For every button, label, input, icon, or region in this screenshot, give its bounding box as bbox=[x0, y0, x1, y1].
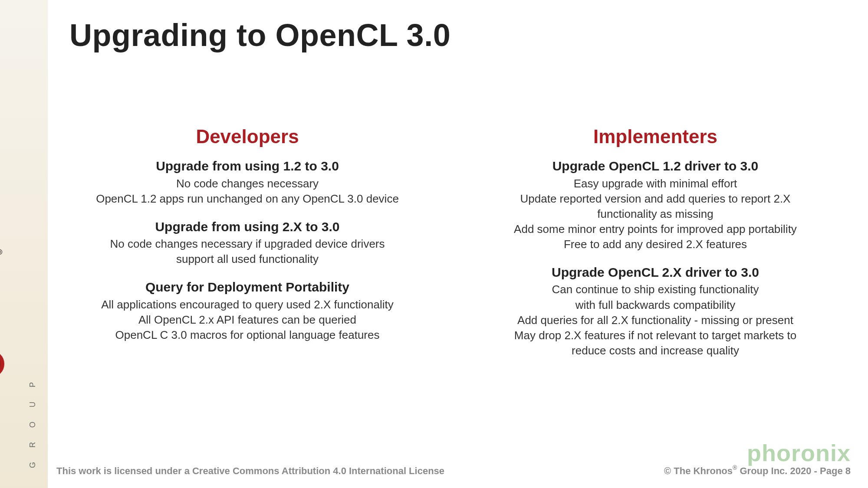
impl-section-1-body: Can continue to ship existing functional… bbox=[477, 282, 833, 358]
slide: K H R N O S ® G R O U P Upgrading to Ope… bbox=[0, 0, 868, 488]
dev-section-2-body: All applications encouraged to query use… bbox=[69, 297, 425, 343]
dev-section-2-sub: Query for Deployment Portability bbox=[69, 279, 425, 295]
dev-section-1: Upgrade from using 2.X to 3.0 No code ch… bbox=[69, 219, 425, 267]
logo-group-text: G R O U P bbox=[28, 376, 37, 468]
logo-registered-icon: ® bbox=[0, 246, 4, 255]
developers-heading: Developers bbox=[69, 126, 425, 147]
footer-copyright: © The Khronos® Group Inc. 2020 - Page 8 bbox=[664, 464, 851, 477]
content-columns: Developers Upgrade from using 1.2 to 3.0… bbox=[69, 126, 833, 370]
impl-section-0: Upgrade OpenCL 1.2 driver to 3.0 Easy up… bbox=[477, 158, 833, 252]
impl-section-1-sub: Upgrade OpenCL 2.X driver to 3.0 bbox=[477, 264, 833, 281]
impl-section-0-body: Easy upgrade with minimal effort Update … bbox=[477, 176, 833, 252]
implementers-heading: Implementers bbox=[477, 126, 833, 147]
column-implementers: Implementers Upgrade OpenCL 1.2 driver t… bbox=[477, 126, 833, 370]
footer-registered-icon: ® bbox=[733, 464, 737, 471]
phoronix-watermark: phoronix bbox=[747, 439, 851, 466]
dev-section-0-body: No code changes necessary OpenCL 1.2 app… bbox=[69, 176, 425, 206]
logo-o-icon bbox=[0, 350, 4, 377]
impl-section-1: Upgrade OpenCL 2.X driver to 3.0 Can con… bbox=[477, 264, 833, 358]
footer-license: This work is licensed under a Creative C… bbox=[56, 465, 444, 477]
left-color-bar bbox=[0, 0, 48, 488]
slide-title: Upgrading to OpenCL 3.0 bbox=[69, 17, 450, 53]
column-developers: Developers Upgrade from using 1.2 to 3.0… bbox=[69, 126, 425, 370]
dev-section-2: Query for Deployment Portability All app… bbox=[69, 279, 425, 343]
footer-copyright-suffix: Group Inc. 2020 - Page 8 bbox=[737, 465, 851, 476]
footer-copyright-prefix: © The Khronos bbox=[664, 465, 733, 476]
logo-text-prefix: K H R bbox=[0, 380, 4, 471]
dev-section-1-sub: Upgrade from using 2.X to 3.0 bbox=[69, 219, 425, 235]
dev-section-0-sub: Upgrade from using 1.2 to 3.0 bbox=[69, 158, 425, 174]
khronos-logo: K H R N O S ® bbox=[0, 210, 4, 471]
dev-section-1-body: No code changes necessary if upgraded de… bbox=[69, 236, 425, 267]
logo-text-suffix: N O S bbox=[0, 257, 4, 348]
impl-section-0-sub: Upgrade OpenCL 1.2 driver to 3.0 bbox=[477, 158, 833, 174]
dev-section-0: Upgrade from using 1.2 to 3.0 No code ch… bbox=[69, 158, 425, 206]
